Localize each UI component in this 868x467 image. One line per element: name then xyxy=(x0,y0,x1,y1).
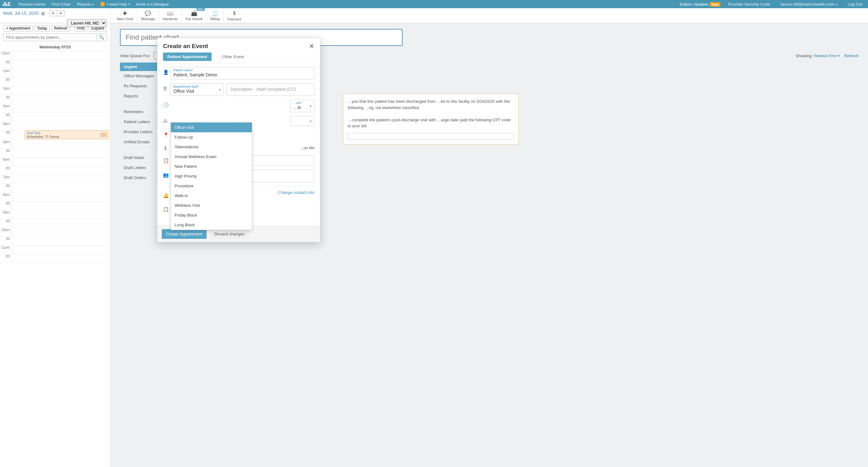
dropdown-item[interactable]: New Patient xyxy=(171,162,252,171)
create-event-modal: Create an Event ✕ Patient Appointment Ot… xyxy=(157,38,320,242)
slot-body[interactable] xyxy=(12,237,110,245)
nav-security-code[interactable]: Provider Security Code xyxy=(728,2,770,7)
dropdown-item[interactable]: Follow-Up xyxy=(171,132,252,142)
time-label: :30 xyxy=(0,60,12,68)
app-logo: ⁂E xyxy=(2,1,11,7)
current-date[interactable]: Wed, Jul 15, 2020 xyxy=(3,11,39,16)
new-chart-button[interactable]: ✚New Chart xyxy=(113,9,137,22)
sort-dropdown[interactable]: Newest First ▾ xyxy=(814,53,840,58)
time-label: :30 xyxy=(0,130,12,140)
nav-help[interactable]: !I need help▾ xyxy=(100,2,130,7)
create-appointment-button[interactable]: Create Appointment xyxy=(162,229,207,239)
add-appointment-button[interactable]: + Appointment xyxy=(3,25,33,31)
time-label: 3pm xyxy=(0,104,12,113)
slot-body[interactable] xyxy=(12,219,110,228)
nav-user-email[interactable]: lauren.hill@elationhealth.com▾ xyxy=(781,2,837,7)
dropdown-item[interactable]: Friday Block xyxy=(171,210,252,220)
slot-body[interactable] xyxy=(12,60,110,68)
dropdown-item[interactable]: Office Visit xyxy=(171,122,252,132)
plus-folder-icon: ✚ xyxy=(123,10,127,16)
message-icon: 💬 xyxy=(145,10,151,16)
elation-icon: ⁂ xyxy=(163,116,170,124)
physician-select[interactable]: Lauren Hill, MD xyxy=(67,19,106,27)
slot-body[interactable] xyxy=(12,201,110,210)
slot-body[interactable] xyxy=(12,69,110,77)
calendar-icon[interactable]: ▦ xyxy=(41,11,45,16)
nav-practice-home[interactable]: Practice Home xyxy=(19,2,45,7)
nav-find-chart[interactable]: Find Chart xyxy=(52,2,71,7)
secondary-bar: Wed, Jul 15, 2020 ▦ < > Lauren Hill, MD … xyxy=(0,8,868,23)
time-label: :30 xyxy=(0,237,12,245)
chevron-down-icon: ▾ xyxy=(310,119,312,123)
dropdown-item[interactable]: Wellness Visit xyxy=(171,201,252,210)
slot-body[interactable] xyxy=(12,78,110,86)
slot-body[interactable] xyxy=(12,157,110,166)
billing-button[interactable]: 🧾Billing xyxy=(207,9,224,22)
dropdown-item[interactable]: Procedure xyxy=(171,181,252,191)
alert-icon: ! xyxy=(100,2,105,7)
slot-body[interactable] xyxy=(12,86,110,95)
dropdown-item[interactable]: Walk-in xyxy=(171,191,252,201)
time-label: 7pm xyxy=(0,175,12,183)
refresh-queue-link[interactable]: Refresh xyxy=(844,53,859,58)
slot-body[interactable] xyxy=(12,175,110,183)
tab-patient-appointment[interactable]: Patient Appointment xyxy=(163,53,212,61)
tab-other-event[interactable]: Other Event xyxy=(218,53,248,61)
slot-body[interactable] xyxy=(12,166,110,175)
discard-changes-button[interactable]: Discard changes xyxy=(210,229,249,239)
fax-count-badge: 999+ xyxy=(196,8,205,11)
slot-body[interactable] xyxy=(12,254,110,263)
slot-body[interactable] xyxy=(12,184,110,192)
unknown-select-1[interactable]: ▾ xyxy=(290,116,314,126)
nav-reports[interactable]: Reports▾ xyxy=(77,2,94,7)
schedule-grid[interactable]: 12pm:301pm:302pm:303pm:304pm:30Test Test… xyxy=(0,51,110,467)
time-label: :30 xyxy=(0,78,12,86)
slot-body[interactable] xyxy=(12,104,110,113)
dropdown-item[interactable]: Long Block xyxy=(171,220,252,230)
change-contact-link[interactable]: Change contact info xyxy=(278,190,314,195)
payment-button[interactable]: ＄Payment xyxy=(224,9,245,22)
fax-inbox-button[interactable]: 999+📠Fax Inbox▾ xyxy=(182,9,207,22)
prev-day-button[interactable]: < xyxy=(49,10,57,16)
dropdown-item[interactable]: Annual Wellness Exam xyxy=(171,152,252,162)
message-button[interactable]: 💬Message xyxy=(137,9,159,22)
appointment-search-button[interactable]: 🔍 xyxy=(96,33,107,41)
description-field[interactable]: Description - chief complaint (CC) xyxy=(226,83,314,96)
dropdown-item[interactable]: Telemedicine xyxy=(171,142,252,152)
slot-body[interactable] xyxy=(12,210,110,219)
next-day-button[interactable]: > xyxy=(57,10,65,16)
slot-body[interactable] xyxy=(12,245,110,254)
slot-body[interactable] xyxy=(12,193,110,201)
slot-body[interactable] xyxy=(12,228,110,236)
appointment-card[interactable]: Test TestScheduled, ⏱ FormsOV xyxy=(25,130,109,139)
appointment-type-field[interactable]: Appointment type* Office Visit ▾ xyxy=(170,83,223,96)
showing-label: Showing: xyxy=(796,53,812,58)
slot-body[interactable] xyxy=(12,95,110,104)
schedule-sidebar: + Appointment Today Refresh Print Expand… xyxy=(0,23,111,467)
slot-body[interactable] xyxy=(12,122,110,130)
on-file-text: …on file xyxy=(299,143,314,150)
clipboard-forms-icon: 📋 xyxy=(163,204,170,212)
dropdown-item[interactable]: High Priority xyxy=(171,171,252,181)
handouts-button[interactable]: 📖Handouts xyxy=(159,9,182,22)
slot-body[interactable]: Test TestScheduled, ⏱ FormsOV xyxy=(12,130,110,140)
person-icon: 👤 xyxy=(163,67,170,75)
time-label: 8pm xyxy=(0,193,12,201)
patient-name-field[interactable]: Patient name* Patient, Sample Demo xyxy=(170,67,314,80)
slot-body[interactable] xyxy=(12,51,110,60)
fax-icon: 📠 xyxy=(191,10,197,16)
nav-elation-updates[interactable]: Elation Updates New xyxy=(680,2,720,7)
duration-field[interactable]: …ion* …in ▾ xyxy=(290,99,314,112)
slot-body[interactable] xyxy=(12,113,110,121)
new-badge: New xyxy=(710,2,721,7)
close-modal-button[interactable]: ✕ xyxy=(309,42,314,50)
nav-logout[interactable]: Log Out xyxy=(848,2,862,7)
slot-body[interactable] xyxy=(12,149,110,157)
time-label: 11pm xyxy=(0,245,12,254)
today-button[interactable]: Today xyxy=(34,25,50,31)
time-label: 6pm xyxy=(0,157,12,166)
list-icon: ☰ xyxy=(163,83,170,91)
appointment-search-input[interactable] xyxy=(3,33,96,41)
nav-invite-colleague[interactable]: Invite a Colleague xyxy=(136,2,169,7)
slot-body[interactable] xyxy=(12,140,110,148)
